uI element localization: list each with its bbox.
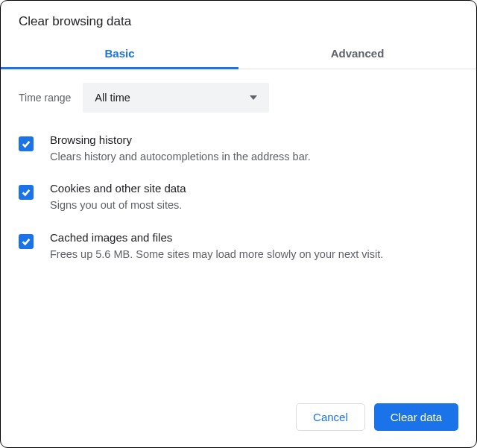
time-range-selected: All time bbox=[95, 92, 250, 104]
check-icon bbox=[21, 187, 31, 198]
option-title: Cookies and other site data bbox=[50, 182, 458, 195]
option-cookies: Cookies and other site data Signs you ou… bbox=[19, 182, 458, 212]
tab-advanced[interactable]: Advanced bbox=[238, 37, 476, 69]
tabs: Basic Advanced bbox=[1, 37, 476, 69]
check-icon bbox=[21, 236, 31, 247]
option-description: Frees up 5.6 MB. Some sites may load mor… bbox=[50, 247, 458, 262]
time-range-label: Time range bbox=[19, 92, 71, 104]
clear-data-button[interactable]: Clear data bbox=[374, 403, 458, 431]
time-range-select[interactable]: All time bbox=[83, 83, 269, 113]
clear-browsing-data-dialog: Clear browsing data Basic Advanced Time … bbox=[0, 0, 477, 448]
checkbox-browsing-history[interactable] bbox=[19, 136, 34, 151]
checkbox-cookies[interactable] bbox=[19, 185, 34, 200]
option-title: Browsing history bbox=[50, 133, 458, 146]
option-description: Clears history and autocompletions in th… bbox=[50, 149, 458, 164]
tab-basic[interactable]: Basic bbox=[1, 37, 238, 69]
dialog-footer: Cancel Clear data bbox=[1, 391, 476, 447]
time-range-row: Time range All time bbox=[19, 83, 458, 113]
option-text: Cookies and other site data Signs you ou… bbox=[50, 182, 458, 212]
cancel-button[interactable]: Cancel bbox=[296, 403, 365, 431]
option-cache: Cached images and files Frees up 5.6 MB.… bbox=[19, 231, 458, 262]
checkbox-cache[interactable] bbox=[19, 234, 34, 249]
check-icon bbox=[21, 139, 31, 149]
option-browsing-history: Browsing history Clears history and auto… bbox=[19, 133, 458, 164]
dialog-content: Time range All time Browsing history Cle… bbox=[1, 69, 476, 391]
option-description: Signs you out of most sites. bbox=[50, 198, 458, 212]
chevron-down-icon bbox=[250, 95, 257, 100]
option-text: Browsing history Clears history and auto… bbox=[50, 133, 458, 164]
dialog-title: Clear browsing data bbox=[1, 1, 476, 37]
option-text: Cached images and files Frees up 5.6 MB.… bbox=[50, 231, 458, 262]
option-title: Cached images and files bbox=[50, 231, 458, 244]
